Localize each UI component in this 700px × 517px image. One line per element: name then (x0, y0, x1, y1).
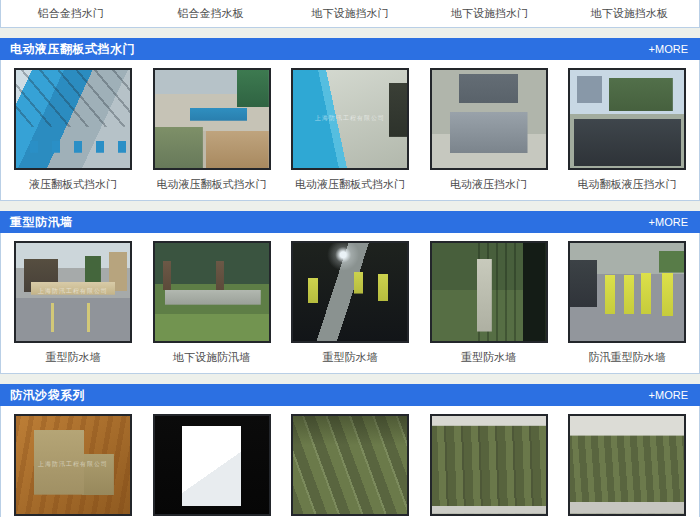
product-item[interactable]: 电动液压挡水门 (430, 68, 548, 190)
product-section: 重型防汛墙 +MORE 上海防汛工程有限公司 重型防水墙 地下设施防汛墙 重型防… (0, 211, 700, 374)
more-link[interactable]: +MORE (649, 389, 688, 401)
product-caption[interactable]: 电动液压翻板式挡水门 (153, 177, 271, 190)
product-photo[interactable] (291, 414, 409, 516)
product-photo[interactable] (153, 241, 271, 343)
product-caption[interactable]: 重型防水墙 (14, 350, 132, 363)
section-body: 上海防汛工程有限公司 (0, 406, 700, 517)
product-photo[interactable] (14, 68, 132, 170)
product-photo[interactable] (291, 241, 409, 343)
top-caption-row: 铝合金挡水门铝合金挡水板地下设施挡水门地下设施挡水门地下设施挡水板 (0, 0, 700, 28)
product-link[interactable]: 地下设施挡水板 (559, 6, 699, 21)
catalog-page: 铝合金挡水门铝合金挡水板地下设施挡水门地下设施挡水门地下设施挡水板 电动液压翻板… (0, 0, 700, 517)
product-photo[interactable]: 上海防汛工程有限公司 (291, 68, 409, 170)
product-link[interactable]: 地下设施挡水门 (280, 6, 420, 21)
product-item[interactable]: 上海防汛工程有限公司 (14, 414, 132, 517)
product-item[interactable] (291, 414, 409, 517)
product-photo[interactable]: 上海防汛工程有限公司 (14, 414, 132, 516)
product-photo[interactable] (430, 414, 548, 516)
product-item[interactable]: 重型防水墙 (291, 241, 409, 363)
product-item[interactable]: 液压翻板式挡水门 (14, 68, 132, 190)
product-caption[interactable]: 电动翻板液压挡水门 (568, 177, 686, 190)
product-item[interactable]: 上海防汛工程有限公司 电动液压翻板式挡水门 (291, 68, 409, 190)
section-body: 液压翻板式挡水门 电动液压翻板式挡水门 上海防汛工程有限公司 电动液压翻板式挡水… (0, 60, 700, 201)
product-section: 防汛沙袋系列 +MORE 上海防汛工程有限公司 (0, 384, 700, 517)
product-item[interactable]: 电动翻板液压挡水门 (568, 68, 686, 190)
product-item[interactable]: 重型防水墙 (430, 241, 548, 363)
product-caption[interactable]: 电动液压挡水门 (430, 177, 548, 190)
section-header: 防汛沙袋系列 +MORE (0, 384, 700, 406)
section-title: 电动液压翻板式挡水门 (10, 41, 135, 58)
product-caption[interactable]: 重型防水墙 (291, 350, 409, 363)
section-list: 电动液压翻板式挡水门 +MORE 液压翻板式挡水门 电动液压翻板式挡水门 上海防… (0, 38, 700, 517)
watermark-text: 上海防汛工程有限公司 (16, 288, 130, 295)
product-photo[interactable] (430, 68, 548, 170)
product-caption[interactable]: 防汛重型防水墙 (568, 350, 686, 363)
section-title: 防汛沙袋系列 (10, 387, 85, 404)
product-link[interactable]: 铝合金挡水板 (141, 6, 281, 21)
watermark-text: 上海防汛工程有限公司 (293, 115, 407, 122)
product-caption[interactable]: 地下设施防汛墙 (153, 350, 271, 363)
product-photo[interactable]: 上海防汛工程有限公司 (14, 241, 132, 343)
product-item[interactable]: 地下设施防汛墙 (153, 241, 271, 363)
product-caption[interactable]: 重型防水墙 (430, 350, 548, 363)
product-section: 电动液压翻板式挡水门 +MORE 液压翻板式挡水门 电动液压翻板式挡水门 上海防… (0, 38, 700, 201)
product-link[interactable]: 铝合金挡水门 (1, 6, 141, 21)
product-photo[interactable] (153, 414, 271, 516)
section-title: 重型防汛墙 (10, 214, 73, 231)
product-photo[interactable] (430, 241, 548, 343)
product-item[interactable] (430, 414, 548, 517)
product-caption[interactable]: 液压翻板式挡水门 (14, 177, 132, 190)
more-link[interactable]: +MORE (649, 43, 688, 55)
product-photo[interactable] (153, 68, 271, 170)
product-link[interactable]: 地下设施挡水门 (420, 6, 560, 21)
section-header: 重型防汛墙 +MORE (0, 211, 700, 233)
product-item[interactable]: 电动液压翻板式挡水门 (153, 68, 271, 190)
product-photo[interactable] (568, 241, 686, 343)
section-body: 上海防汛工程有限公司 重型防水墙 地下设施防汛墙 重型防水墙 重型防水墙 防汛重… (0, 233, 700, 374)
watermark-text: 上海防汛工程有限公司 (16, 461, 130, 468)
product-item[interactable]: 防汛重型防水墙 (568, 241, 686, 363)
product-photo[interactable] (568, 68, 686, 170)
product-caption[interactable]: 电动液压翻板式挡水门 (291, 177, 409, 190)
product-item[interactable]: 上海防汛工程有限公司 重型防水墙 (14, 241, 132, 363)
product-photo[interactable] (568, 414, 686, 516)
more-link[interactable]: +MORE (649, 216, 688, 228)
product-item[interactable] (153, 414, 271, 517)
section-header: 电动液压翻板式挡水门 +MORE (0, 38, 700, 60)
product-item[interactable] (568, 414, 686, 517)
